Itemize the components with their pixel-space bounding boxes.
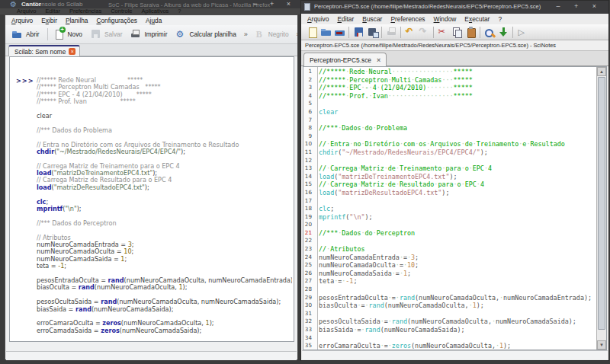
scroll-up-icon[interactable]: ▲ (597, 67, 606, 76)
code-line[interactable]: 18clc; (303, 205, 596, 213)
code-line[interactable]: 19mprintf("\n"); (303, 213, 596, 222)
line-content[interactable] (315, 117, 596, 125)
menu-arquivo[interactable]: Arquivo (307, 15, 329, 23)
code-line[interactable] (37, 227, 292, 234)
line-content[interactable]: erroCamaraOculta·=·zeros(numNeuroCamadaO… (315, 342, 596, 350)
line-content[interactable]: //***·Dados·do·Perceptron (315, 229, 596, 238)
code-line[interactable]: 33biasSaida·=·rand(numNeuroCamadaSaida); (303, 326, 596, 334)
menu-editar[interactable]: Editar (337, 15, 354, 23)
calcular-planilha-button[interactable]: Calcular planilha (175, 29, 236, 40)
code-line[interactable]: //***** EPC - 4 (21/04/2010) ***** (37, 91, 292, 98)
menu-preferences[interactable]: Preferences (390, 15, 425, 23)
code-line[interactable] (37, 106, 292, 113)
tab-close-icon[interactable]: × (377, 56, 380, 64)
code-line[interactable]: biasSaida = rand(numNeuroCamadaSaida); (37, 306, 292, 313)
code-line[interactable]: //***** Rede Neural ***** (37, 77, 292, 84)
code-line[interactable]: clc; (37, 199, 292, 206)
code-line[interactable]: numNeuroCamadaOculta = 10; (37, 248, 292, 255)
code-line[interactable]: 15//·Carrega·Matriz·de·Resultado·para·o·… (303, 180, 596, 189)
code-line[interactable]: 26numNeuroCamadaSaida·=·1; (303, 270, 596, 278)
menu-executar[interactable]: Executar (464, 15, 490, 23)
line-content[interactable]: //*****·Prof.·Ivan·················***** (315, 92, 596, 101)
code-line[interactable]: 6clear (303, 108, 596, 117)
line-content[interactable]: //*****·Perceptron·Multi·Camadas···***** (315, 76, 596, 85)
code-line[interactable]: // Entra no Diretório com os Arquivos de… (37, 142, 292, 148)
tab-scilab-worksheet[interactable]: Scilab: Sem nome × (8, 45, 80, 56)
code-editor[interactable]: 1//*****·Rede·Neural················****… (303, 66, 607, 350)
menu-item[interactable]: ? (498, 15, 502, 23)
line-content[interactable]: numNeuroCamadaOculta·=·10; (315, 261, 596, 270)
code-line[interactable]: teta = -1; (37, 263, 292, 270)
save-as-button[interactable] (365, 26, 379, 39)
line-content[interactable]: teta·=·-1; (315, 277, 596, 286)
code-line[interactable]: chdir("~/Mestrado/RedesNeurais/EPC4/EPC4… (37, 148, 292, 155)
code-line[interactable]: 31 (303, 310, 596, 318)
code-line[interactable]: 25numNeuroCamadaOculta·=·10; (303, 261, 596, 270)
menu-arquivo[interactable]: Arquivo (11, 17, 33, 24)
code-line[interactable]: 13//·Carrega·Matriz·de·Treinamento·para·… (303, 164, 596, 173)
line-content[interactable] (315, 221, 596, 229)
worksheet-code[interactable]: //***** Rede Neural *****//***** Percept… (37, 77, 292, 341)
code-line[interactable]: mprintf("\n"); (37, 206, 292, 212)
line-content[interactable]: //*****·Rede·Neural················***** (315, 68, 596, 76)
scroll-down-icon[interactable]: ▼ (597, 340, 606, 350)
code-line[interactable]: 21//***·Dados·do·Perceptron (303, 229, 596, 238)
code-line[interactable]: 23//·Atributos (303, 245, 596, 254)
code-line[interactable]: 28 (303, 286, 596, 294)
code-line[interactable]: pesosOcultaSaida = rand(numNeuroCamadaOc… (37, 299, 292, 305)
line-content[interactable]: //·Atributos (315, 245, 596, 254)
scrollbar-thumb[interactable] (598, 77, 605, 330)
line-content[interactable]: mprintf("\n"); (315, 213, 596, 222)
code-line[interactable]: 27teta·=·-1; (303, 277, 596, 286)
menu-window[interactable]: Window (434, 15, 457, 23)
code-line[interactable]: 9 (303, 133, 596, 141)
line-content[interactable] (315, 286, 596, 294)
code-line[interactable]: // Carrega Matriz de Resultado para o EP… (37, 177, 292, 184)
code-line[interactable]: numNeuroCamadaEntrada = 3; (37, 241, 292, 248)
code-line[interactable] (37, 134, 292, 141)
code-line[interactable]: //*** Dados do Problema (37, 127, 292, 134)
code-line[interactable]: 16load("matrizDeResultadoEPC4.txt"); (303, 189, 596, 197)
line-content[interactable]: //***·Dados·do·Problema (315, 124, 596, 133)
line-content[interactable]: //·Carrega·Matriz·de·Treinamento·para·o·… (315, 164, 596, 173)
toolbar-overflow-chevron[interactable]: » (244, 30, 248, 38)
novo-button[interactable]: Novo (53, 29, 82, 40)
code-line[interactable] (37, 270, 292, 277)
code-line[interactable]: // Carrega Matriz de Treinamento para o … (37, 163, 292, 170)
line-content[interactable]: //·Entra·no·Diretório·com·os·Arquivos·de… (315, 140, 596, 148)
code-line[interactable] (37, 212, 292, 219)
vertical-scrollbar[interactable]: ▲ ▼ (596, 67, 606, 350)
code-line[interactable]: 11chdir("~/Mestrado/RedesNeurais/EPC4/EP… (303, 148, 596, 157)
undo-button[interactable] (403, 26, 417, 39)
line-content[interactable]: numNeuroCamadaSaida·=·1; (315, 270, 596, 278)
code-line[interactable]: // Atributos (37, 235, 292, 241)
code-line[interactable] (37, 313, 292, 320)
menu-ajuda[interactable]: Ajuda (146, 17, 162, 24)
line-content[interactable] (315, 197, 596, 206)
line-content[interactable] (315, 133, 596, 141)
code-line[interactable]: numNeuroCamadaSaida = 1; (37, 256, 292, 263)
scinotes-window-buttons[interactable]: – + × (556, 2, 602, 10)
code-line[interactable]: 17 (303, 197, 596, 206)
copy-button[interactable] (450, 26, 464, 39)
code-line[interactable]: 14load("matrizDeTreinamentoEPC4.txt"); (303, 173, 596, 181)
code-line[interactable]: 35erroCamaraOculta·=·zeros(numNeuroCamad… (303, 342, 596, 350)
tab-perceptron-epc5[interactable]: Perceptron-EPC5.sce × (303, 53, 387, 66)
line-content[interactable] (315, 100, 596, 108)
code-line[interactable] (37, 155, 292, 162)
line-content[interactable]: //·Carrega·Matriz·de·Resultado·para·o·EP… (315, 180, 596, 189)
code-line[interactable]: 4//*****·Prof.·Ivan·················****… (303, 92, 596, 101)
code-line[interactable]: 3//*****·EPC·-·4·(21/04/2010)·······****… (303, 84, 596, 92)
code-line[interactable]: 10//·Entra·no·Diretório·com·os·Arquivos·… (303, 140, 596, 148)
code-line[interactable]: clear (37, 113, 292, 120)
abrir-button[interactable]: Abrir (11, 29, 40, 40)
line-content[interactable]: clc; (315, 205, 596, 213)
line-content[interactable] (315, 310, 596, 318)
code-line[interactable]: 7 (303, 117, 596, 125)
line-content[interactable]: //*****·EPC·-·4·(21/04/2010)·······***** (315, 84, 596, 92)
code-line[interactable]: load("matrizDeTreinamentoEPC4.txt"); (37, 170, 292, 177)
code-line[interactable]: 20 (303, 221, 596, 229)
menu-planilha[interactable]: Planilha (66, 17, 88, 24)
code-line[interactable]: 2//*****·Perceptron·Multi·Camadas···****… (303, 76, 596, 85)
save-button[interactable] (352, 26, 365, 39)
